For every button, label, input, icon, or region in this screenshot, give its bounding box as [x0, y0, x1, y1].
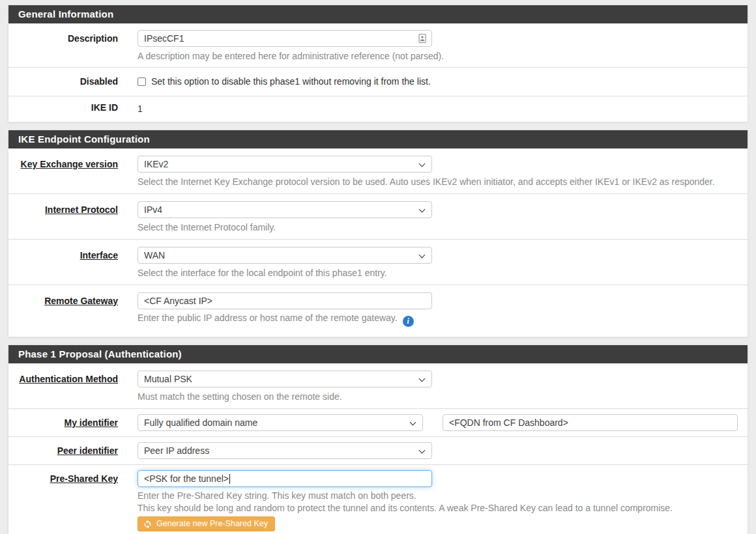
peer-identifier-selected-value: Peer IP address: [144, 445, 209, 456]
row-peer-identifier: Peer identifier Peer IP address: [8, 436, 748, 464]
key-exchange-version-label: Key Exchange version: [21, 159, 118, 169]
pre-shared-key-help-line1: Enter the Pre-Shared Key string. This ke…: [138, 490, 738, 502]
my-identifier-select[interactable]: Fully qualified domain name: [138, 414, 423, 431]
ike-id-label: IKE ID: [8, 102, 138, 115]
pre-shared-key-input[interactable]: <PSK for the tunnel>: [138, 470, 432, 487]
remote-gateway-help-text: Enter the public IP address or host name…: [138, 313, 398, 323]
description-help-text: A description may be entered here for ad…: [138, 50, 738, 63]
row-pre-shared-key: Pre-Shared Key <PSK for the tunnel> Ente…: [8, 464, 748, 534]
my-identifier-selected-value: Fully qualified domain name: [144, 417, 257, 428]
generate-psk-button[interactable]: Generate new Pre-Shared Key: [138, 516, 275, 531]
internet-protocol-selected-value: IPv4: [144, 204, 162, 215]
row-disabled: Disabled Set this option to disable this…: [8, 67, 748, 96]
info-circle-icon[interactable]: i: [403, 316, 414, 327]
internet-protocol-help-text: Select the Internet Protocol family.: [138, 221, 738, 234]
text-cursor: [229, 474, 230, 484]
pre-shared-key-value: <PSK for the tunnel>: [144, 473, 229, 484]
peer-identifier-label: Peer identifier: [57, 445, 118, 456]
internet-protocol-label: Internet Protocol: [45, 204, 118, 215]
chevron-down-icon: [419, 252, 426, 259]
pre-shared-key-label: Pre-Shared Key: [50, 473, 118, 484]
ike-id-value: 1: [138, 102, 738, 115]
interface-label: Interface: [80, 250, 118, 260]
disabled-label: Disabled: [8, 76, 138, 87]
chevron-down-icon: [419, 161, 426, 167]
row-interface: Interface WAN Select the interface for t…: [8, 239, 748, 285]
row-key-exchange-version: Key Exchange version IKEv2 Select the In…: [8, 148, 748, 193]
authentication-method-label: Authentication Method: [19, 374, 118, 384]
description-label: Description: [8, 30, 138, 63]
panel-general-information: General Information Description A descri…: [8, 5, 748, 122]
authentication-method-help-text: Must match the setting chosen on the rem…: [138, 391, 738, 403]
interface-help-text: Select the interface for the local endpo…: [138, 267, 738, 279]
chevron-down-icon: [419, 447, 426, 454]
remote-gateway-input[interactable]: [138, 292, 432, 309]
my-identifier-value-input[interactable]: [443, 414, 738, 431]
interface-select[interactable]: WAN: [138, 247, 432, 264]
panel-phase1-proposal-authentication: Phase 1 Proposal (Authentication) Authen…: [8, 344, 748, 534]
row-authentication-method: Authentication Method Mutual PSK Must ma…: [8, 363, 748, 408]
row-my-identifier: My identifier Fully qualified domain nam…: [8, 408, 748, 436]
row-remote-gateway: Remote Gateway Enter the public IP addre…: [8, 285, 748, 337]
peer-identifier-select[interactable]: Peer IP address: [138, 442, 432, 459]
key-exchange-version-help-text: Select the Internet Key Exchange protoco…: [138, 176, 738, 188]
interface-selected-value: WAN: [144, 250, 165, 260]
autofill-contact-icon[interactable]: [418, 34, 427, 45]
key-exchange-version-selected-value: IKEv2: [144, 159, 168, 169]
chevron-down-icon: [419, 376, 426, 382]
key-exchange-version-select[interactable]: IKEv2: [138, 156, 432, 173]
row-internet-protocol: Internet Protocol IPv4 Select the Intern…: [8, 193, 748, 239]
disabled-checkbox[interactable]: [138, 77, 146, 86]
section-header-ike-endpoint-configuration: IKE Endpoint Configuration: [8, 130, 748, 148]
chevron-down-icon: [410, 419, 416, 426]
section-header-phase1-proposal: Phase 1 Proposal (Authentication): [8, 345, 748, 363]
disabled-checkbox-label[interactable]: Set this option to disable this phase1 w…: [151, 76, 431, 87]
remote-gateway-label: Remote Gateway: [44, 296, 118, 306]
description-input[interactable]: [138, 30, 432, 47]
section-header-general-information: General Information: [8, 5, 748, 23]
row-ike-id: IKE ID 1: [8, 96, 748, 122]
refresh-icon: [143, 520, 152, 528]
authentication-method-selected-value: Mutual PSK: [144, 374, 192, 384]
ipsec-phase1-settings-page: General Information Description A descri…: [0, 0, 756, 534]
panel-ike-endpoint-configuration: IKE Endpoint Configuration Key Exchange …: [8, 130, 748, 337]
chevron-down-icon: [419, 206, 426, 213]
my-identifier-label: My identifier: [65, 417, 118, 428]
generate-psk-button-label: Generate new Pre-Shared Key: [156, 519, 268, 528]
authentication-method-select[interactable]: Mutual PSK: [138, 371, 432, 387]
pre-shared-key-help-line2: This key should be long and random to pr…: [138, 502, 738, 514]
row-description: Description A description may be entered…: [8, 23, 748, 67]
internet-protocol-select[interactable]: IPv4: [138, 201, 432, 218]
